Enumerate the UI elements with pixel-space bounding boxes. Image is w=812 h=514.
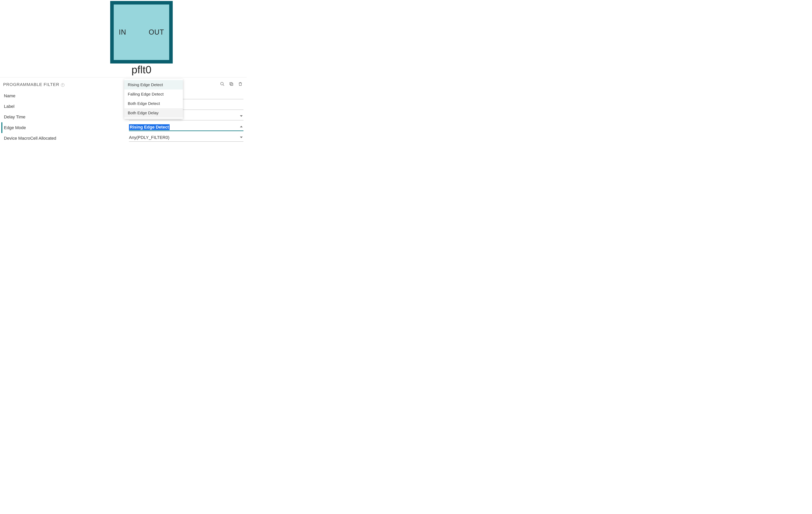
svg-rect-2 [231, 83, 233, 86]
value-macrocell-text: Any(PDLY_FILTER0) [129, 135, 169, 140]
row-macrocell: Device MacroCell Allocated Any(PDLY_FILT… [3, 133, 243, 144]
svg-point-0 [221, 82, 223, 85]
row-edge-mode: Edge Mode Rising Edge Detect [1, 122, 243, 133]
svg-rect-3 [230, 82, 232, 85]
header-actions [220, 81, 243, 87]
dropdown-option-rising[interactable]: Rising Edge Detect [124, 80, 183, 89]
delete-icon[interactable] [238, 81, 243, 87]
label-label: Label [4, 104, 129, 109]
block-in-port: IN [119, 28, 126, 36]
dropdown-option-both-detect[interactable]: Both Edge Detect [124, 99, 183, 108]
label-edge-mode: Edge Mode [4, 125, 129, 130]
row-name: Name [3, 91, 243, 101]
chevron-down-icon [240, 115, 243, 117]
chevron-down-icon [240, 137, 243, 138]
diagram-area: IN OUT pflt0 [0, 0, 246, 77]
property-rows: Name Label Delay Time Edge Mode Rising E… [3, 91, 243, 144]
help-icon[interactable]: ? [61, 83, 64, 87]
panel-title: PROGRAMMABLE FILTER ? [3, 82, 64, 87]
value-edge-mode-text: Rising Edge Detect [129, 124, 170, 130]
block-out-port: OUT [149, 28, 164, 36]
chevron-up-icon [240, 126, 243, 127]
filter-block[interactable]: IN OUT [110, 1, 173, 63]
value-edge-mode[interactable]: Rising Edge Detect [129, 124, 243, 131]
edge-mode-dropdown[interactable]: Rising Edge Detect Falling Edge Detect B… [124, 79, 183, 119]
label-name: Name [4, 93, 129, 98]
label-delay-time: Delay Time [4, 114, 129, 119]
panel-header: PROGRAMMABLE FILTER ? [3, 82, 243, 87]
copy-icon[interactable] [229, 81, 234, 87]
svg-line-1 [223, 85, 224, 86]
row-label: Label [3, 101, 243, 112]
label-macrocell: Device MacroCell Allocated [4, 136, 129, 141]
row-delay-time: Delay Time [3, 112, 243, 122]
block-name-label: pflt0 [110, 63, 173, 76]
value-macrocell[interactable]: Any(PDLY_FILTER0) [129, 135, 243, 142]
dropdown-option-falling[interactable]: Falling Edge Detect [124, 89, 183, 99]
search-icon[interactable] [220, 81, 225, 87]
properties-panel: PROGRAMMABLE FILTER ? Rising Edge Detect… [0, 77, 246, 144]
panel-title-text: PROGRAMMABLE FILTER [3, 82, 59, 87]
dropdown-option-both-delay[interactable]: Both Edge Delay [124, 108, 183, 118]
